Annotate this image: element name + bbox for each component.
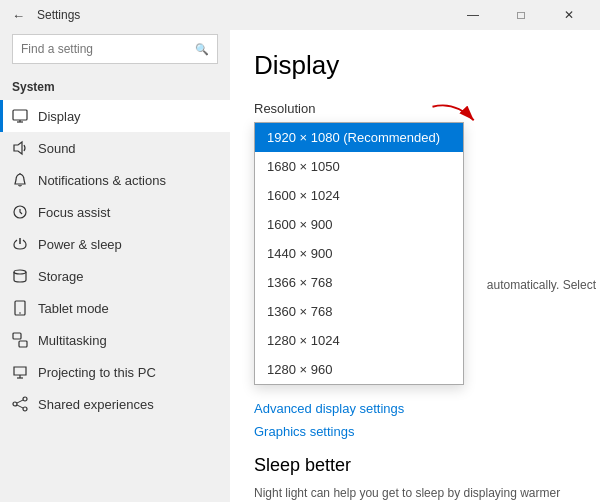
- resolution-option[interactable]: 1680 × 1050: [255, 152, 463, 181]
- shared-icon: [12, 396, 28, 412]
- sound-icon: [12, 140, 28, 156]
- truncated-text: automatically. Select: [487, 278, 596, 292]
- sidebar: 🔍 System DisplaySoundNotifications & act…: [0, 30, 230, 502]
- sidebar-item-label-projecting: Projecting to this PC: [38, 365, 156, 380]
- sleep-title: Sleep better: [254, 455, 576, 476]
- resolution-option[interactable]: 1920 × 1080 (Recommended): [255, 123, 463, 152]
- resolution-option[interactable]: 1440 × 900: [255, 239, 463, 268]
- svg-marker-10: [14, 367, 26, 375]
- sidebar-item-shared[interactable]: Shared experiences: [0, 388, 230, 420]
- sidebar-item-multitasking[interactable]: Multitasking: [0, 324, 230, 356]
- sidebar-item-label-sound: Sound: [38, 141, 76, 156]
- focus-icon: [12, 204, 28, 220]
- resolution-label: Resolution: [254, 101, 576, 116]
- svg-point-14: [13, 402, 17, 406]
- content-area: Display Resolution 1920 × 1080 (Recommen…: [230, 30, 600, 502]
- resolution-option[interactable]: 1366 × 768: [255, 268, 463, 297]
- title-bar-controls: — □ ✕: [450, 0, 592, 30]
- svg-rect-8: [13, 333, 21, 339]
- sidebar-item-focus[interactable]: Focus assist: [0, 196, 230, 228]
- sidebar-item-label-focus: Focus assist: [38, 205, 110, 220]
- svg-line-16: [17, 400, 23, 403]
- svg-point-15: [23, 407, 27, 411]
- resolution-dropdown[interactable]: 1920 × 1080 (Recommended)1680 × 10501600…: [254, 122, 576, 385]
- page-title: Display: [254, 50, 576, 81]
- title-bar-left: ← Settings: [8, 8, 450, 23]
- tablet-icon: [12, 300, 28, 316]
- sidebar-item-label-shared: Shared experiences: [38, 397, 154, 412]
- sidebar-item-label-power: Power & sleep: [38, 237, 122, 252]
- sidebar-item-power[interactable]: Power & sleep: [0, 228, 230, 260]
- title-bar: ← Settings — □ ✕: [0, 0, 600, 30]
- search-input[interactable]: [21, 42, 189, 56]
- sidebar-item-label-notifications: Notifications & actions: [38, 173, 166, 188]
- power-icon: [12, 236, 28, 252]
- sleep-description: Night light can help you get to sleep by…: [254, 484, 576, 502]
- notifications-icon: [12, 172, 28, 188]
- search-box[interactable]: 🔍: [12, 34, 218, 64]
- title-bar-title: Settings: [37, 8, 80, 22]
- svg-point-13: [23, 397, 27, 401]
- resolution-option[interactable]: 1280 × 960: [255, 355, 463, 384]
- sidebar-item-display[interactable]: Display: [0, 100, 230, 132]
- resolution-option[interactable]: 1360 × 768: [255, 297, 463, 326]
- sidebar-item-label-storage: Storage: [38, 269, 84, 284]
- maximize-button[interactable]: □: [498, 0, 544, 30]
- resolution-option[interactable]: 1600 × 900: [255, 210, 463, 239]
- back-icon: ←: [12, 8, 25, 23]
- sidebar-item-tablet[interactable]: Tablet mode: [0, 292, 230, 324]
- svg-marker-3: [14, 142, 22, 154]
- minimize-button[interactable]: —: [450, 0, 496, 30]
- back-button[interactable]: ←: [8, 8, 29, 23]
- system-section-label: System: [0, 76, 230, 100]
- sleep-section: Sleep better Night light can help you ge…: [254, 455, 576, 502]
- resolution-dropdown-list[interactable]: 1920 × 1080 (Recommended)1680 × 10501600…: [254, 122, 464, 385]
- sidebar-items-container: DisplaySoundNotifications & actionsFocus…: [0, 100, 230, 420]
- sidebar-item-storage[interactable]: Storage: [0, 260, 230, 292]
- storage-icon: [12, 268, 28, 284]
- resolution-option[interactable]: 1280 × 1024: [255, 326, 463, 355]
- sidebar-item-sound[interactable]: Sound: [0, 132, 230, 164]
- sidebar-item-label-tablet: Tablet mode: [38, 301, 109, 316]
- sidebar-item-label-multitasking: Multitasking: [38, 333, 107, 348]
- resolution-option[interactable]: 1600 × 1024: [255, 181, 463, 210]
- close-button[interactable]: ✕: [546, 0, 592, 30]
- graphics-settings-link[interactable]: Graphics settings: [254, 424, 354, 439]
- main-container: 🔍 System DisplaySoundNotifications & act…: [0, 30, 600, 502]
- svg-rect-9: [19, 341, 27, 347]
- projecting-icon: [12, 364, 28, 380]
- svg-rect-0: [13, 110, 27, 120]
- search-icon: 🔍: [195, 43, 209, 56]
- multitasking-icon: [12, 332, 28, 348]
- svg-line-17: [17, 405, 23, 408]
- svg-point-7: [19, 312, 21, 314]
- sidebar-item-label-display: Display: [38, 109, 81, 124]
- svg-point-5: [14, 270, 26, 274]
- sidebar-item-notifications[interactable]: Notifications & actions: [0, 164, 230, 196]
- sidebar-item-projecting[interactable]: Projecting to this PC: [0, 356, 230, 388]
- display-icon: [12, 108, 28, 124]
- advanced-display-link[interactable]: Advanced display settings: [254, 401, 404, 416]
